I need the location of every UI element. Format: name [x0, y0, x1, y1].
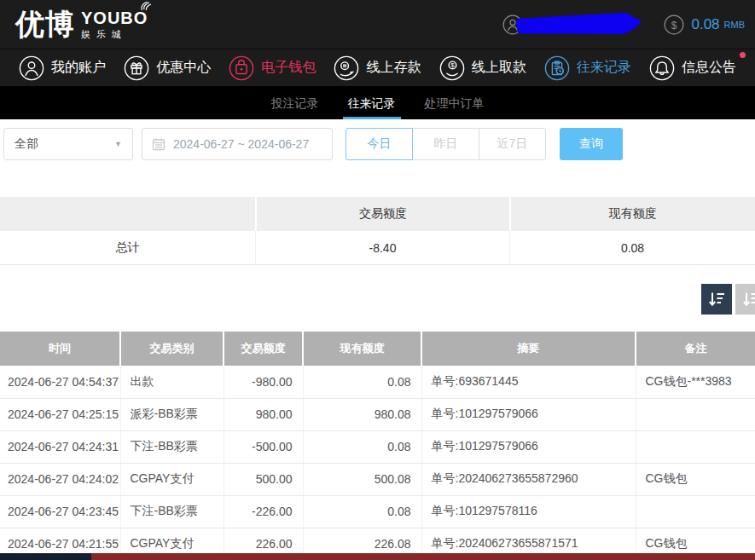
col-header-balance: 现有额度 — [303, 332, 421, 366]
flame-icon — [138, 2, 152, 14]
nav-item-announcements[interactable]: 信息公告 — [649, 55, 736, 81]
sort-descending-button[interactable] — [701, 284, 732, 315]
chevron-down-icon: ▼ — [114, 140, 122, 148]
nav-item-deposit[interactable]: 线上存款 — [334, 55, 421, 81]
bottom-bar — [0, 553, 755, 560]
svg-text:$: $ — [450, 61, 455, 69]
nav-item-promotions[interactable]: 优惠中心 — [124, 55, 211, 81]
type-select-value: 全部 — [15, 136, 38, 152]
cell-summary: 单号:101297579066 — [421, 398, 636, 430]
cell-remark — [636, 398, 755, 430]
nav-item-transaction-records[interactable]: 往来记录 — [544, 55, 631, 81]
table-row: 2024-06-27 04:54:37 出款 -980.00 0.08 单号:6… — [0, 366, 755, 398]
cell-remark: CG钱包 — [636, 463, 755, 495]
cell-type: 下注-BB彩票 — [120, 430, 224, 463]
date-range-value: 2024-06-27 ~ 2024-06-27 — [173, 137, 309, 151]
sort-bar — [0, 284, 755, 315]
cell-summary: 单号:202406273655872960 — [421, 463, 636, 495]
logo-en-text: YOUBO — [81, 9, 148, 26]
nav-item-withdraw[interactable]: $ 线上取款 — [439, 55, 526, 81]
summary-total-label: 总计 — [0, 231, 256, 264]
cell-type: 下注-BB彩票 — [120, 495, 224, 528]
account-username[interactable] — [502, 14, 642, 35]
cell-time: 2024-06-27 04:24:31 — [0, 430, 120, 463]
cell-amount: 980.00 — [224, 398, 303, 430]
cell-time: 2024-06-27 04:24:02 — [0, 463, 120, 495]
date-range-input[interactable]: 2024-06-27 ~ 2024-06-27 — [142, 128, 333, 160]
cell-amount: 500.00 — [224, 463, 303, 495]
summary-trade-total: -8.40 — [256, 231, 510, 264]
svg-text:$: $ — [671, 19, 677, 31]
cell-remark: CG钱包-***3983 — [636, 366, 755, 398]
col-header-time: 时间 — [0, 332, 120, 366]
cell-time: 2024-06-27 04:54:37 — [0, 366, 120, 398]
cell-balance: 500.08 — [303, 463, 421, 495]
redacted-username — [515, 12, 642, 36]
sort-asc-icon — [740, 289, 755, 309]
cell-summary: 单号:101297579066 — [421, 430, 636, 463]
balance-amount: 0.08 — [691, 16, 719, 33]
quick-date-group: 今日 昨日 近7日 — [346, 128, 546, 160]
gift-icon — [124, 55, 149, 81]
col-header-amount: 交易额度 — [224, 332, 303, 366]
cell-amount: -980.00 — [224, 366, 303, 398]
quick-btn-today[interactable]: 今日 — [346, 128, 413, 160]
nav-label: 电子钱包 — [261, 59, 316, 77]
user-icon — [19, 55, 44, 81]
table-row: 2024-06-27 04:25:15 派彩-BB彩票 980.00 980.0… — [0, 398, 755, 430]
bottom-bar-navy-segment — [0, 553, 91, 560]
tab-transaction-records[interactable]: 往来记录 — [348, 86, 396, 119]
site-logo[interactable]: 优博 YOUBO 娱乐城 — [15, 5, 148, 44]
nav-label: 往来记录 — [577, 59, 631, 77]
summary-table: 交易额度 现有额度 总计 -8.40 0.08 — [0, 197, 755, 265]
cell-balance: 0.08 — [303, 495, 421, 528]
cell-remark — [636, 495, 755, 528]
sub-tab-bar: 投注记录 往来记录 处理中订单 — [0, 86, 755, 119]
search-button[interactable]: 查询 — [560, 128, 623, 160]
nav-label: 线上存款 — [366, 59, 421, 77]
summary-total-row: 总计 -8.40 0.08 — [0, 231, 755, 265]
quick-btn-yesterday[interactable]: 昨日 — [412, 128, 479, 160]
summary-header-balance: 现有额度 — [511, 197, 755, 231]
cell-balance: 980.08 — [303, 398, 421, 430]
nav-label: 我的账户 — [51, 59, 106, 77]
table-row: 2024-06-27 04:23:45 下注-BB彩票 -226.00 0.08… — [0, 495, 755, 528]
nav-item-my-account[interactable]: 我的账户 — [19, 55, 106, 81]
withdraw-icon: $ — [439, 55, 465, 81]
sort-desc-icon — [706, 289, 727, 309]
quick-btn-last7days[interactable]: 近7日 — [479, 128, 546, 160]
top-header: 优博 YOUBO 娱乐城 $ 0.08 RMB — [0, 0, 755, 49]
bottom-bar-red-segment — [91, 553, 755, 560]
calendar-icon — [152, 137, 166, 151]
tab-betting-records[interactable]: 投注记录 — [271, 86, 319, 119]
wallet-balance[interactable]: $ 0.08 RMB — [664, 14, 745, 35]
transactions-table: 时间 交易类别 交易额度 现有额度 摘要 备注 2024-06-27 04:54… — [0, 332, 755, 560]
balance-currency: RMB — [724, 20, 745, 30]
notification-dot — [740, 52, 746, 58]
nav-item-e-wallet[interactable]: 电子钱包 — [229, 55, 316, 81]
cell-type: 出款 — [120, 366, 224, 398]
sort-ascending-button[interactable] — [735, 284, 755, 315]
records-icon — [544, 55, 570, 81]
logo-cn-text: 优博 — [15, 5, 75, 44]
type-select[interactable]: 全部 ▼ — [3, 128, 133, 160]
cell-balance: 0.08 — [303, 366, 421, 398]
summary-balance-total: 0.08 — [510, 231, 755, 264]
col-header-type: 交易类别 — [120, 332, 224, 366]
col-header-remark: 备注 — [636, 332, 755, 366]
wallet-icon — [229, 55, 254, 81]
cell-time: 2024-06-27 04:23:45 — [0, 495, 120, 528]
deposit-icon — [334, 55, 359, 81]
coin-dollar-icon: $ — [664, 14, 684, 35]
table-header-row: 时间 交易类别 交易额度 现有额度 摘要 备注 — [0, 332, 755, 366]
cell-type: 派彩-BB彩票 — [120, 398, 224, 430]
summary-header-empty — [0, 197, 255, 231]
filter-bar: 全部 ▼ 2024-06-27 ~ 2024-06-27 今日 昨日 近7日 查… — [3, 127, 755, 161]
col-header-summary: 摘要 — [421, 332, 636, 366]
tab-pending-orders[interactable]: 处理中订单 — [425, 86, 485, 119]
logo-sub-text: 娱乐城 — [81, 28, 148, 41]
summary-header-row: 交易额度 现有额度 — [0, 197, 755, 231]
table-row: 2024-06-27 04:24:31 下注-BB彩票 -500.00 0.08… — [0, 430, 755, 463]
summary-header-trade: 交易额度 — [257, 197, 508, 231]
main-nav: 我的账户 优惠中心 电子钱包 线上存款 $ — [0, 49, 755, 86]
